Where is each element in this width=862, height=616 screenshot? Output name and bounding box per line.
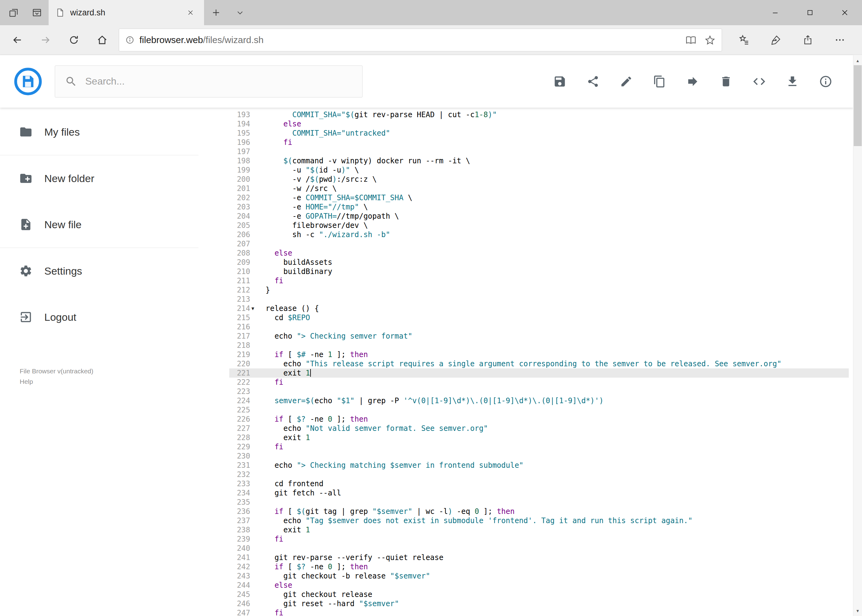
code-line[interactable]: 196 fi	[229, 138, 849, 147]
sidebar-item-settings[interactable]: Settings	[0, 248, 199, 294]
code-line[interactable]: 202 -e COMMIT_SHA=$COMMIT_SHA \	[229, 193, 849, 202]
code-line[interactable]: 243 git checkout -b release "$semver"	[229, 571, 849, 581]
share-button-browser[interactable]	[794, 28, 821, 52]
code-line[interactable]: 233 cd frontend	[229, 479, 849, 489]
code-line[interactable]: 232	[229, 470, 849, 479]
code-line[interactable]: 213	[229, 295, 849, 304]
reading-view-icon[interactable]	[686, 35, 697, 46]
code-line[interactable]: 214▾release () {	[229, 304, 849, 313]
code-line[interactable]: 238 exit 1	[229, 525, 849, 534]
favorite-star-icon[interactable]	[704, 35, 715, 46]
code-line[interactable]: 217 echo "> Checking semver format"	[229, 332, 849, 341]
code-line[interactable]: 242 if [ $? -ne 0 ]; then	[229, 562, 849, 571]
code-view-button[interactable]	[752, 74, 766, 89]
home-button[interactable]	[88, 28, 116, 52]
code-line[interactable]: 244 else	[229, 581, 849, 590]
close-window-button[interactable]	[827, 0, 862, 25]
page-info-icon[interactable]	[125, 35, 134, 45]
code-line[interactable]: 194 else	[229, 119, 849, 129]
code-line[interactable]: 219 if [ $# -ne 1 ]; then	[229, 350, 849, 359]
search-input[interactable]	[85, 75, 352, 87]
code-line[interactable]: 230	[229, 451, 849, 461]
code-line[interactable]: 201 -w //src \	[229, 184, 849, 193]
share-button[interactable]	[586, 74, 600, 89]
scroll-down-button[interactable]: ▼	[853, 605, 862, 616]
code-line[interactable]: 236 if [ $(git tag | grep "$semver" | wc…	[229, 507, 849, 516]
scrollbar-thumb[interactable]	[854, 65, 862, 146]
maximize-button[interactable]	[793, 0, 827, 25]
browser-tab-wizard-sh[interactable]: wizard.sh	[49, 0, 204, 25]
code-line[interactable]: 223	[229, 387, 849, 396]
address-bar[interactable]: filebrowser.web/files/wizard.sh	[119, 28, 722, 51]
fold-arrow-icon[interactable]: ▾	[251, 304, 254, 313]
sidebar-item-my-files[interactable]: My files	[0, 109, 199, 155]
code-line[interactable]: 203 -e HOME="//tmp" \	[229, 202, 849, 212]
new-tab-button[interactable]	[204, 0, 228, 25]
code-line[interactable]: 216	[229, 322, 849, 332]
code-line[interactable]: 197	[229, 147, 849, 156]
info-button[interactable]	[819, 74, 833, 89]
set-tabs-aside-button[interactable]	[2, 0, 25, 25]
close-tab-button[interactable]	[184, 6, 197, 19]
code-line[interactable]: 224 semver=$(echo "$1" | grep -P '^v(0|[…	[229, 396, 849, 405]
code-line[interactable]: 234 git fetch --all	[229, 489, 849, 498]
delete-button[interactable]	[719, 74, 733, 89]
code-line[interactable]: 218	[229, 341, 849, 350]
code-line[interactable]: 221 exit 1	[229, 368, 849, 378]
minimize-button[interactable]	[758, 0, 793, 25]
code-line[interactable]: 207	[229, 239, 849, 248]
code-line[interactable]: 225	[229, 405, 849, 415]
move-button[interactable]	[686, 74, 700, 89]
scroll-up-button[interactable]: ▲	[853, 55, 862, 66]
code-line[interactable]: 227 echo "Not valid semver format. See s…	[229, 424, 849, 433]
code-line[interactable]: 245 git checkout release	[229, 590, 849, 599]
code-line[interactable]: 215 cd $REPO	[229, 313, 849, 322]
refresh-button[interactable]	[60, 28, 88, 52]
code-line[interactable]: 239 fi	[229, 534, 849, 544]
web-note-button[interactable]	[763, 28, 789, 52]
code-line[interactable]: 246 git reset --hard "$semver"	[229, 599, 849, 608]
back-button[interactable]	[3, 28, 32, 52]
code-line[interactable]: 198 $(command -v winpty) docker run --rm…	[229, 156, 849, 165]
search-box[interactable]	[55, 66, 362, 97]
code-line[interactable]: 205 filebrowser/dev \	[229, 221, 849, 230]
code-line[interactable]: 199 -u "$(id -u)" \	[229, 165, 849, 175]
code-line[interactable]: 228 exit 1	[229, 433, 849, 442]
copy-button[interactable]	[652, 74, 667, 89]
code-line[interactable]: 209 buildAssets	[229, 258, 849, 267]
code-line[interactable]: 235	[229, 498, 849, 507]
code-line[interactable]: 247 fi	[229, 608, 849, 616]
code-line[interactable]: 229 fi	[229, 442, 849, 451]
sidebar-item-new-file[interactable]: New file	[0, 201, 199, 248]
tab-preview-button[interactable]	[25, 0, 49, 25]
sidebar-item-logout[interactable]: Logout	[0, 294, 199, 340]
filebrowser-logo[interactable]	[14, 67, 43, 96]
code-editor[interactable]: 193 COMMIT_SHA="$(git rev-parse HEAD | c…	[229, 108, 849, 616]
code-line[interactable]: 231 echo "> Checking matching $semver in…	[229, 461, 849, 470]
code-line[interactable]: 193 COMMIT_SHA="$(git rev-parse HEAD | c…	[229, 110, 849, 119]
code-line[interactable]: 204 -e GOPATH=//tmp/gopath \	[229, 212, 849, 221]
code-line[interactable]: 210 buildBinary	[229, 267, 849, 276]
sidebar-item-new-folder[interactable]: New folder	[0, 155, 199, 201]
code-line[interactable]: 222 fi	[229, 378, 849, 387]
code-line[interactable]: 206 sh -c "./wizard.sh -b"	[229, 230, 849, 239]
code-line[interactable]: 226 if [ $? -ne 0 ]; then	[229, 415, 849, 424]
code-line[interactable]: 195 COMMIT_SHA="untracked"	[229, 129, 849, 138]
code-line[interactable]: 211 fi	[229, 276, 849, 285]
download-button[interactable]	[785, 74, 799, 89]
more-options-button[interactable]	[827, 28, 853, 52]
save-button[interactable]	[553, 74, 567, 89]
code-line[interactable]: 240	[229, 544, 849, 553]
tab-list-dropdown-button[interactable]	[228, 0, 252, 25]
code-line[interactable]: 200 -v /$(pwd):/src:z \	[229, 175, 849, 184]
hub-button[interactable]	[731, 28, 757, 52]
rename-button[interactable]	[619, 74, 633, 89]
forward-button[interactable]	[32, 28, 60, 52]
vertical-scrollbar[interactable]: ▲ ▼	[853, 55, 862, 616]
code-line[interactable]: 237 echo "Tag $semver does not exist in …	[229, 516, 849, 525]
code-line[interactable]: 212}	[229, 285, 849, 295]
code-line[interactable]: 220 echo "This release script requires a…	[229, 359, 849, 368]
code-line[interactable]: 208 else	[229, 248, 849, 258]
help-link[interactable]: Help	[20, 376, 199, 387]
code-line[interactable]: 241 git rev-parse --verify --quiet relea…	[229, 553, 849, 562]
